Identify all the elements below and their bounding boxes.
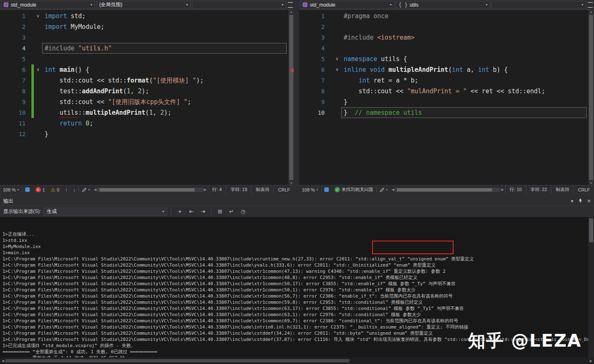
line-number[interactable]: 2 <box>299 21 325 32</box>
next-issue-button[interactable]: ↓ <box>70 185 78 194</box>
line-number[interactable]: 5 <box>299 54 325 64</box>
scroll-left-icon[interactable]: ◀ <box>94 188 96 191</box>
scrollbar-track[interactable] <box>97 188 203 192</box>
code-line[interactable]: 6∨inline void multipleAndPrint(int a, in… <box>299 64 588 75</box>
left-vertical-scrollbar[interactable]: ▲ ▼ <box>288 10 294 185</box>
output-vertical-scrollbar[interactable] <box>588 217 594 357</box>
line-number[interactable]: 10 <box>299 107 325 118</box>
code-line[interactable]: 9} <box>299 97 588 107</box>
eol-indicator[interactable]: CRLF <box>573 185 594 194</box>
code-line[interactable]: 10 utils::multipleAndPrint(1, 2); <box>0 107 288 118</box>
left-horizontal-scrollbar[interactable]: ◀ ▶ <box>93 185 207 194</box>
scrollbar-thumb[interactable] <box>397 188 492 191</box>
line-number[interactable]: 3 <box>0 32 26 43</box>
line-number[interactable]: 7 <box>299 75 325 86</box>
close-icon[interactable]: × <box>587 198 591 204</box>
fold-collapse-icon[interactable]: ∨ <box>34 11 42 21</box>
scroll-right-icon[interactable]: ▶ <box>204 188 207 191</box>
scroll-right-icon[interactable]: ▶ <box>590 359 592 363</box>
code-line[interactable]: 6∨int main() { <box>0 64 288 75</box>
left-code-editor[interactable]: 1∨import std;2import MyModule;34#include… <box>0 10 294 185</box>
line-number[interactable]: 6 <box>0 64 26 75</box>
scroll-left-icon[interactable]: ◀ <box>2 359 4 363</box>
line-number[interactable]: 12 <box>0 129 26 139</box>
code-cleanup-button[interactable]: ▾ <box>79 185 93 194</box>
split-editor-handle[interactable] <box>588 2 593 8</box>
pin-icon[interactable] <box>578 199 582 203</box>
right-scope-dropdown[interactable]: { } utils ▾ <box>396 1 490 9</box>
editor-pane-splitter[interactable] <box>294 0 299 194</box>
document-health-icon[interactable] <box>321 185 332 194</box>
code-line[interactable]: 2import MyModule; <box>0 21 288 32</box>
output-horizontal-scrollbar[interactable]: ◀ ▶ <box>0 357 594 364</box>
code-line[interactable]: 11 return 0; <box>0 118 288 129</box>
line-number[interactable]: 2 <box>0 21 26 32</box>
timestamp-icon[interactable]: ◷ <box>238 208 247 215</box>
scrollbar-thumb[interactable] <box>589 218 593 242</box>
scrollbar-thumb[interactable] <box>100 188 195 191</box>
left-scope-dropdown[interactable]: (全局范围) ▾ <box>96 1 190 9</box>
code-line[interactable]: 4 <box>299 43 588 54</box>
code-line[interactable]: 5∨namespace utils { <box>299 54 588 64</box>
code-line[interactable]: 7 int ret = a * b; <box>299 75 588 86</box>
line-number[interactable]: 6 <box>299 64 325 75</box>
next-message-icon[interactable]: ⇥ <box>198 208 207 215</box>
code-line[interactable]: 1∨import std; <box>0 11 288 21</box>
line-indicator[interactable]: 行: 10 <box>505 185 526 194</box>
line-number[interactable]: 5 <box>0 54 26 64</box>
goto-source-icon[interactable]: ⌖ <box>175 208 184 215</box>
clear-all-icon[interactable]: ⊞ <box>215 208 224 215</box>
left-project-dropdown[interactable]: std_module ▾ <box>1 1 95 9</box>
line-number[interactable]: 1 <box>299 11 325 21</box>
line-number[interactable]: 10 <box>0 107 26 118</box>
line-number[interactable]: 8 <box>299 86 325 97</box>
scroll-down-icon[interactable]: ▼ <box>588 182 594 184</box>
scrollbar-track[interactable] <box>5 359 589 363</box>
output-source-dropdown[interactable]: 生成 ▾ <box>43 208 167 216</box>
right-vertical-scrollbar[interactable]: ▲ ▼ <box>588 10 594 185</box>
code-line[interactable]: 1#pragma once <box>299 11 588 21</box>
right-code-editor[interactable]: 1#pragma once23#include <iostream>45∨nam… <box>299 10 594 185</box>
line-number[interactable]: 8 <box>0 86 26 97</box>
scroll-right-icon[interactable]: ▶ <box>501 188 504 191</box>
line-indicator[interactable]: 行: 4 <box>208 185 226 194</box>
scroll-left-icon[interactable]: ◀ <box>392 188 394 191</box>
line-number[interactable]: 9 <box>0 97 26 107</box>
code-line[interactable]: 3#include <iostream> <box>299 32 588 43</box>
code-line[interactable]: 3 <box>0 32 288 43</box>
window-menu-icon[interactable]: ▾ <box>571 199 573 204</box>
fold-collapse-icon[interactable]: ∨ <box>34 64 42 75</box>
zoom-control[interactable]: 108 % ▾ <box>299 185 321 194</box>
line-number[interactable]: 7 <box>0 75 26 86</box>
code-line[interactable]: 8 test::addAndPrint(1, 2); <box>0 86 288 97</box>
fold-collapse-icon[interactable]: ∨ <box>333 54 341 64</box>
split-editor-handle[interactable] <box>288 2 293 8</box>
column-indicator[interactable]: 字符: 19 <box>226 185 251 194</box>
code-line[interactable]: 4#include "utils.h" <box>0 43 288 54</box>
line-number[interactable]: 3 <box>299 32 325 43</box>
previous-issue-button[interactable]: ↑ <box>62 185 71 194</box>
health-status-indicator[interactable]: ✓ 未找到相关问题 <box>332 185 376 194</box>
code-line[interactable]: 8 std::cout << "mulAndPrint = " << ret <… <box>299 86 588 97</box>
line-number[interactable]: 9 <box>299 97 325 107</box>
code-line[interactable]: 5 <box>0 54 288 64</box>
warning-count-indicator[interactable]: ⚠ 0 <box>48 185 62 194</box>
error-count-indicator[interactable]: × 1 <box>33 185 48 194</box>
code-line[interactable]: 12} <box>0 129 288 139</box>
right-member-dropdown[interactable]: ▾ <box>492 1 586 9</box>
tabs-indicator[interactable]: 制表符 <box>251 185 273 194</box>
code-cleanup-button[interactable]: ▾ <box>377 185 391 194</box>
scroll-up-icon[interactable]: ▲ <box>588 10 594 13</box>
previous-message-icon[interactable]: ⇤ <box>187 208 196 215</box>
right-horizontal-scrollbar[interactable]: ◀ ▶ <box>390 185 505 194</box>
code-line[interactable]: 2 <box>299 21 588 32</box>
column-indicator[interactable]: 字符: 22 <box>526 185 551 194</box>
eol-indicator[interactable]: CRLF <box>273 185 294 194</box>
scrollbar-thumb[interactable] <box>289 15 293 180</box>
fold-collapse-icon[interactable]: ∨ <box>333 64 341 75</box>
document-health-icon[interactable] <box>22 185 33 194</box>
left-member-dropdown[interactable]: ▾ <box>192 1 286 9</box>
scroll-up-icon[interactable]: ▲ <box>288 10 294 13</box>
word-wrap-icon[interactable]: ↵ <box>227 208 236 215</box>
scroll-down-icon[interactable]: ▼ <box>288 182 294 184</box>
